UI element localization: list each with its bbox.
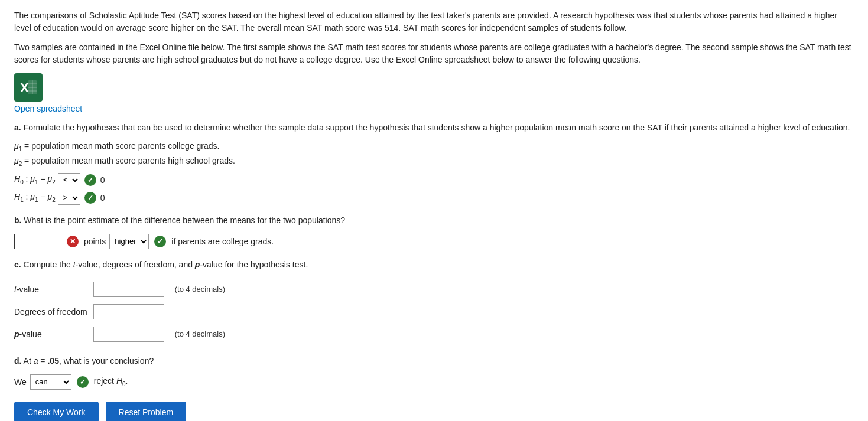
mu2-definition: μ2 = population mean math score parents … (14, 156, 854, 167)
part-d-section: d. At a = .05, what is your conclusion? … (14, 355, 854, 390)
excel-section: X Open spreadsheet (14, 73, 854, 113)
p-value-label: p (14, 329, 19, 339)
reset-problem-button[interactable]: Reset Problem (106, 402, 187, 421)
df-row: Degrees of freedom (14, 301, 231, 323)
part-a-question: a. Formulate the hypotheses that can be … (14, 122, 854, 134)
t-value-input-cell (93, 278, 170, 301)
df-input[interactable] (93, 304, 164, 319)
h0-check-icon: ✓ (84, 174, 96, 186)
button-row: Check My Work Reset Problem (14, 402, 854, 421)
intro-paragraph-1: The comparisons of Scholastic Aptitude T… (14, 9, 854, 34)
direction-suffix: if parents are college grads. (171, 237, 274, 246)
conclusion-check-icon: ✓ (77, 376, 89, 388)
h1-prefix: H1 : μ1 − μ2 (14, 192, 56, 203)
part-c-section: c. Compute the t-value, degrees of freed… (14, 259, 854, 345)
part-d-question: d. At a = .05, what is your conclusion? (14, 355, 854, 367)
df-note-cell (170, 301, 231, 323)
t-value-input[interactable] (93, 282, 164, 297)
p-value-input-cell (93, 323, 170, 345)
h0-dropdown[interactable]: ≤ = ≥ < > ≠ (58, 173, 80, 187)
t-value-label: t (14, 285, 17, 294)
part-d-label: d. (14, 356, 21, 365)
h0-row: H0 : μ1 − μ2 ≤ = ≥ < > ≠ ✓ 0 (14, 173, 854, 187)
t-value-note: (to 4 decimals) (170, 278, 231, 301)
h1-check-icon: ✓ (84, 192, 96, 204)
conclusion-row: We can cannot ✓ reject H0. (14, 374, 854, 390)
p-value-row: p-value (to 4 decimals) (14, 323, 231, 345)
alpha-symbol: a (34, 356, 38, 365)
open-spreadsheet-link[interactable]: Open spreadsheet (14, 104, 854, 113)
part-b-section: b. What is the point estimate of the dif… (14, 214, 854, 249)
intro-paragraph-2: Two samples are contained in the Excel O… (14, 41, 854, 66)
h1-dropdown[interactable]: > = ≥ < ≤ ≠ (58, 191, 80, 205)
conclusion-dropdown[interactable]: can cannot (30, 374, 71, 390)
mu1-symbol: μ1 = population mean math score parents … (14, 141, 220, 151)
point-estimate-x-icon: ✕ (67, 236, 79, 247)
t-value-label-cell: t-value (14, 278, 93, 301)
part-a-label: a. (14, 123, 21, 132)
compute-block: t-value (to 4 decimals) Degrees of freed… (14, 278, 854, 345)
part-a-section: a. Formulate the hypotheses that can be … (14, 122, 854, 205)
t-value-row: t-value (to 4 decimals) (14, 278, 231, 301)
direction-dropdown[interactable]: higher lower (109, 234, 149, 249)
check-my-work-button[interactable]: Check My Work (14, 402, 99, 421)
h1-value: 0 (100, 193, 105, 203)
h0-prefix: H0 : μ1 − μ2 (14, 174, 56, 185)
conclusion-prefix: We (14, 377, 27, 387)
point-estimate-input[interactable] (14, 234, 61, 249)
part-c-question: c. Compute the t-value, degrees of freed… (14, 259, 854, 271)
part-b-question: b. What is the point estimate of the dif… (14, 214, 854, 227)
hypothesis-block: H0 : μ1 − μ2 ≤ = ≥ < > ≠ ✓ 0 H1 : μ1 − μ… (14, 173, 854, 205)
points-label: points (84, 237, 106, 246)
part-b-question-text: What is the point estimate of the differ… (24, 216, 345, 225)
df-label-cell: Degrees of freedom (14, 301, 93, 323)
part-a-question-text: Formulate the hypotheses that can be use… (24, 123, 850, 132)
conclusion-block: We can cannot ✓ reject H0. (14, 374, 854, 390)
p-value-input[interactable] (93, 327, 164, 342)
h1-row: H1 : μ1 − μ2 > = ≥ < ≤ ≠ ✓ 0 (14, 191, 854, 205)
p-value-note: (to 4 decimals) (170, 323, 231, 345)
p-value-label-cell: p-value (14, 323, 93, 345)
conclusion-suffix: reject H0. (94, 376, 128, 387)
mu2-symbol: μ2 = population mean math score parents … (14, 156, 235, 165)
svg-text:X: X (20, 80, 29, 95)
part-b-label: b. (14, 216, 21, 225)
point-estimate-row: ✕ points higher lower ✓ if parents are c… (14, 234, 854, 249)
df-input-cell (93, 301, 170, 323)
part-c-label: c. (14, 260, 21, 269)
h0-value: 0 (100, 175, 105, 185)
excel-icon: X (14, 73, 43, 102)
direction-check-icon: ✓ (154, 236, 166, 247)
compute-table: t-value (to 4 decimals) Degrees of freed… (14, 278, 231, 345)
mu1-definition: μ1 = population mean math score parents … (14, 141, 854, 152)
